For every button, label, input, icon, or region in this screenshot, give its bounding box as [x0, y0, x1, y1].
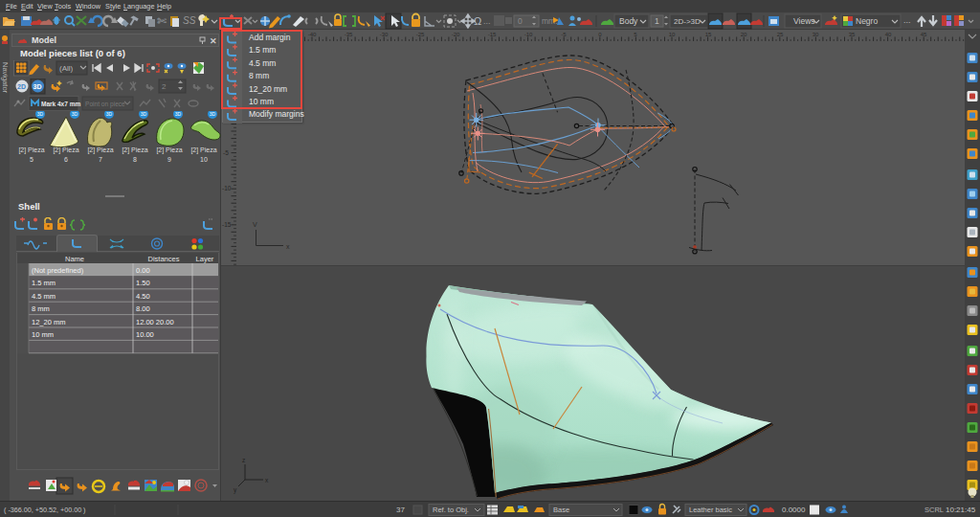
svg-text:10 mm: 10 mm [32, 330, 54, 339]
svg-text:10: 10 [669, 32, 676, 37]
svg-text:x: x [265, 477, 269, 483]
svg-text:Views: Views [793, 16, 815, 26]
svg-text:2D->3D: 2D->3D [674, 17, 701, 26]
svg-text:(All): (All) [59, 64, 74, 73]
svg-text:1: 1 [655, 16, 659, 26]
svg-text:SCRL: SCRL [924, 506, 944, 514]
svg-text:...: ... [483, 16, 491, 26]
svg-text:y: y [234, 486, 237, 494]
svg-text:Mark 4x7 mm: Mark 4x7 mm [41, 101, 80, 107]
svg-text:3D: 3D [106, 111, 113, 117]
svg-text:2: 2 [162, 82, 167, 91]
svg-text:10: 10 [200, 156, 208, 163]
svg-text:[2] Pieza: [2] Pieza [53, 146, 78, 154]
svg-text:0.0000: 0.0000 [782, 506, 806, 514]
svg-text:-10: -10 [524, 32, 533, 37]
svg-text:-25: -25 [416, 32, 425, 37]
svg-text:15: 15 [705, 32, 712, 37]
svg-text:8.00: 8.00 [136, 304, 150, 313]
svg-text:0.00: 0.00 [136, 266, 150, 275]
svg-text:37: 37 [396, 506, 405, 514]
svg-text:(Not predefined): (Not predefined) [32, 266, 84, 275]
svg-text:5: 5 [30, 156, 33, 163]
svg-text:0: 0 [598, 32, 602, 37]
svg-text:12_20 mm: 12_20 mm [32, 318, 65, 326]
svg-text:-5: -5 [561, 32, 567, 37]
svg-text:-40: -40 [308, 32, 317, 37]
svg-text:...: ... [903, 15, 911, 25]
svg-text:-5: -5 [223, 149, 229, 156]
svg-text:[2] Pieza: [2] Pieza [156, 146, 182, 154]
svg-text:12.00 20.00: 12.00 20.00 [136, 318, 174, 326]
svg-text:-15: -15 [488, 32, 497, 37]
svg-text:6: 6 [64, 156, 68, 163]
svg-text:3D: 3D [141, 111, 147, 117]
svg-text:-30: -30 [380, 32, 389, 37]
svg-text:Ref. to Obj.: Ref. to Obj. [433, 506, 469, 514]
svg-text:Model: Model [32, 35, 56, 45]
svg-text:-10: -10 [222, 185, 232, 191]
svg-text:Distances: Distances [148, 255, 180, 263]
svg-text:3D: 3D [175, 111, 182, 117]
svg-text:1.5 mm: 1.5 mm [32, 279, 56, 287]
svg-text:x: x [286, 243, 290, 250]
svg-text:-15: -15 [222, 221, 232, 228]
svg-text:[2] Pieza: [2] Pieza [18, 146, 44, 154]
svg-text:[2] Pieza: [2] Pieza [122, 146, 147, 154]
svg-text:30: 30 [813, 32, 819, 37]
svg-text:5: 5 [634, 32, 637, 37]
svg-text:8 mm: 8 mm [32, 304, 50, 313]
svg-text:10.00: 10.00 [136, 330, 154, 339]
svg-text:Base: Base [553, 506, 569, 514]
svg-text:3D: 3D [33, 83, 42, 90]
svg-text:35: 35 [849, 32, 856, 37]
svg-text:[2] Pieza: [2] Pieza [87, 146, 113, 154]
svg-text:-20: -20 [452, 32, 460, 37]
svg-text:-35: -35 [345, 32, 353, 37]
svg-text:4.50: 4.50 [136, 292, 150, 301]
svg-text:V: V [253, 221, 257, 228]
svg-text:✕: ✕ [210, 36, 217, 46]
svg-text:10:21:45: 10:21:45 [946, 506, 976, 514]
svg-text:25: 25 [777, 32, 784, 37]
svg-text:Layer: Layer [196, 255, 214, 263]
svg-text:1.50: 1.50 [136, 279, 150, 287]
svg-text:3D: 3D [210, 111, 216, 117]
svg-text:SS: SS [183, 15, 196, 26]
svg-text:( -366.00, +50.52, +00.00 ): ( -366.00, +50.52, +00.00 ) [4, 506, 86, 514]
svg-text:20: 20 [741, 32, 747, 37]
svg-text:40: 40 [885, 32, 892, 37]
svg-text:Body: Body [619, 16, 638, 26]
svg-text:3D: 3D [37, 111, 44, 117]
svg-text:Point on piece: Point on piece [85, 101, 125, 108]
svg-text:9: 9 [167, 156, 171, 163]
svg-text:Negro: Negro [856, 16, 878, 26]
svg-text:[2] Pieza: [2] Pieza [190, 146, 216, 154]
svg-text:8: 8 [133, 156, 137, 163]
svg-text:4.5 mm: 4.5 mm [32, 292, 56, 301]
svg-text:45: 45 [921, 32, 927, 37]
svg-text:✄: ✄ [157, 14, 167, 28]
svg-text:3D: 3D [72, 111, 78, 117]
svg-text:7: 7 [99, 156, 102, 163]
svg-text:Ω: Ω [474, 15, 481, 27]
svg-text:Name: Name [65, 255, 84, 263]
svg-text:0: 0 [518, 16, 523, 26]
svg-text:Leather basic: Leather basic [689, 506, 732, 514]
svg-text:2D: 2D [17, 83, 26, 90]
svg-text:z: z [242, 457, 245, 463]
